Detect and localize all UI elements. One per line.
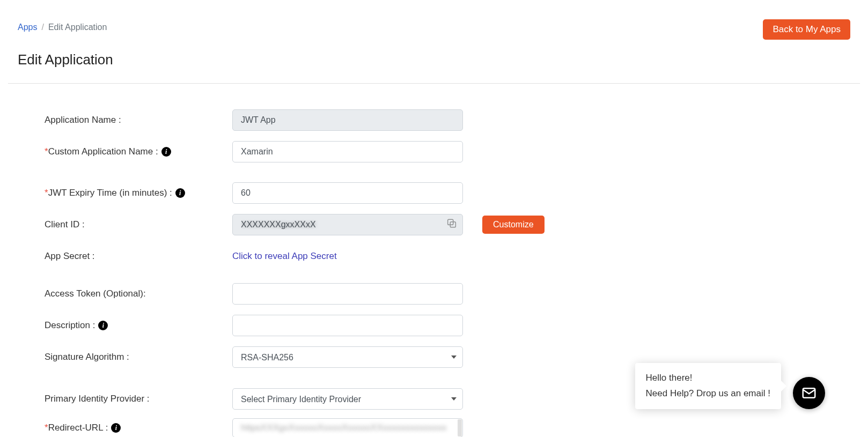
back-to-apps-button[interactable]: Back to My Apps	[763, 19, 850, 40]
jwt-expiry-label-text: JWT Expiry Time (in minutes) :	[48, 188, 172, 198]
mail-icon	[801, 385, 817, 401]
primary-idp-label: Primary Identity Provider :	[45, 394, 232, 404]
help-prompt: Need Help? Drop us an email !	[646, 386, 770, 402]
access-token-label: Access Token (Optional):	[45, 288, 232, 299]
signature-algorithm-select[interactable]: RSA-SHA256	[232, 346, 463, 368]
breadcrumb-current: Edit Application	[48, 23, 107, 32]
customize-button[interactable]: Customize	[482, 216, 545, 234]
redirect-url-input[interactable]: httpsXXXgxXxxxxxXxxxxXxxxxxXXxxxxxxxxxxx…	[232, 418, 463, 437]
description-label-text: Description :	[45, 320, 95, 331]
access-token-input[interactable]	[232, 283, 463, 305]
info-icon[interactable]: i	[161, 147, 171, 157]
help-tooltip: Hello there! Need Help? Drop us an email…	[635, 363, 781, 409]
divider	[8, 83, 860, 84]
redirect-url-value: httpsXXXgxXxxxxxXxxxxXxxxxxXXxxxxxxxxxxx…	[241, 423, 447, 433]
chat-fab-button[interactable]	[793, 377, 825, 409]
help-greeting: Hello there!	[646, 371, 770, 386]
application-name-input	[232, 109, 463, 131]
breadcrumb-apps-link[interactable]: Apps	[18, 23, 37, 32]
app-secret-label: App Secret :	[45, 251, 232, 262]
scrollbar[interactable]	[458, 419, 462, 436]
client-id-label: Client ID :	[45, 219, 232, 230]
application-name-label: Application Name :	[45, 115, 232, 125]
signature-algorithm-label: Signature Algorithm :	[45, 352, 232, 362]
jwt-expiry-input[interactable]	[232, 182, 463, 204]
primary-idp-select[interactable]: Select Primary Identity Provider	[232, 388, 463, 410]
info-icon[interactable]: i	[111, 423, 121, 433]
jwt-expiry-label: *JWT Expiry Time (in minutes) : i	[45, 188, 232, 198]
redirect-url-label: *Redirect-URL : i	[45, 423, 232, 433]
description-label: Description : i	[45, 320, 232, 331]
custom-app-name-label-text: Custom Application Name :	[48, 146, 158, 157]
page-title: Edit Application	[8, 51, 860, 83]
breadcrumb-separator: /	[41, 23, 43, 32]
client-id-input	[232, 214, 463, 235]
info-icon[interactable]: i	[175, 188, 185, 198]
custom-app-name-input[interactable]	[232, 141, 463, 162]
description-input[interactable]	[232, 315, 463, 336]
info-icon[interactable]: i	[98, 321, 108, 330]
breadcrumb: Apps / Edit Application	[18, 8, 107, 32]
custom-app-name-label: *Custom Application Name : i	[45, 146, 232, 157]
reveal-app-secret-link[interactable]: Click to reveal App Secret	[232, 251, 337, 261]
redirect-url-label-text: Redirect-URL :	[48, 423, 108, 433]
copy-icon[interactable]	[446, 218, 458, 232]
